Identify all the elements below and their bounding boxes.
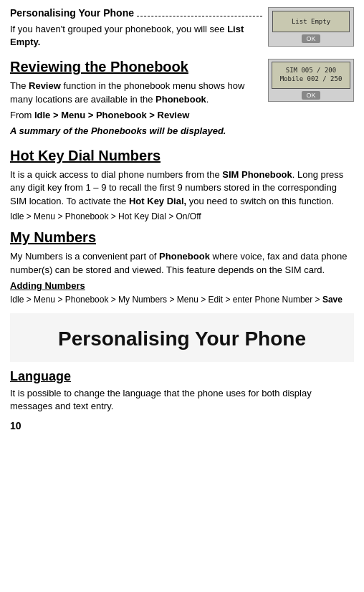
hot-key-para: It is a quick access to dial phone numbe… xyxy=(10,168,354,208)
reviewing-para2: From Idle > Menu > Phonebook > Review xyxy=(10,109,262,122)
dashes-decoration xyxy=(137,16,262,16)
list-empty-screen: List Empty xyxy=(272,11,350,32)
my-numbers-nav: Idle > Menu > Phonebook > My Numbers > M… xyxy=(10,294,354,306)
phonebook-screen: SIM 005 / 200 Mobile 002 / 250 xyxy=(272,62,350,89)
list-empty-image: List Empty OK xyxy=(268,7,354,47)
reviewing-para1: The Review function in the phonebook men… xyxy=(10,80,262,105)
phonebook-screen-image: SIM 005 / 200 Mobile 002 / 250 OK xyxy=(268,59,354,102)
my-numbers-title: My Numbers xyxy=(10,229,354,246)
hot-key-title: Hot Key Dial Numbers xyxy=(10,148,354,164)
reviewing-phonebook-title: Reviewing the Phonebook xyxy=(10,59,262,75)
top-body-text: If you haven't grouped your phonebook, y… xyxy=(10,23,262,49)
personalising-large-section: Personalising Your Phone xyxy=(10,313,354,362)
reviewing-phonebook-section: Reviewing the Phonebook The Review funct… xyxy=(10,59,354,140)
my-numbers-section: My Numbers My Numbers is a convenient pa… xyxy=(10,229,354,305)
hot-key-section: Hot Key Dial Numbers It is a quick acces… xyxy=(10,148,354,222)
reviewing-italic-text: A summary of the Phonebooks will be disp… xyxy=(10,125,262,138)
personalising-header-section: Personalising Your Phone If you haven't … xyxy=(10,7,354,52)
language-title: Language xyxy=(10,369,354,384)
language-section: Language It is possible to change the la… xyxy=(10,369,354,413)
adding-numbers-title: Adding Numbers xyxy=(10,280,354,292)
personalising-large-title: Personalising Your Phone xyxy=(14,328,350,350)
page-number: 10 xyxy=(10,420,354,431)
ok-button-phonebook: OK xyxy=(302,91,320,100)
language-para: It is possible to change the language th… xyxy=(10,387,354,413)
my-numbers-para: My Numbers is a convenient part of Phone… xyxy=(10,250,354,276)
ok-button-image: OK xyxy=(302,34,320,43)
top-title: Personalising Your Phone xyxy=(10,7,134,19)
hot-key-nav: Idle > Menu > Phonebook > Hot Key Dial >… xyxy=(10,211,354,223)
top-section-text: Personalising Your Phone If you haven't … xyxy=(10,7,268,52)
